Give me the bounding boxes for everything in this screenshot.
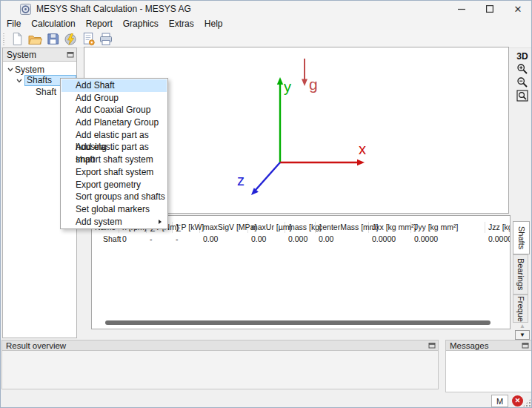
result-overview-title: Result overview bbox=[6, 341, 66, 350]
menu-item-label: Add system bbox=[76, 217, 122, 227]
float-panel-icon[interactable] bbox=[521, 342, 529, 349]
chevron-down-icon[interactable] bbox=[6, 65, 15, 74]
menubar: File Calculation Report Graphics Extras … bbox=[1, 17, 532, 30]
tree-item-label: Shaft bbox=[36, 87, 56, 97]
tab-shafts[interactable]: Shafts bbox=[513, 221, 530, 254]
save-file-button[interactable] bbox=[44, 31, 61, 47]
zoom-fit-button[interactable] bbox=[515, 90, 530, 102]
col-header-maxsigv[interactable]: maxSigV [MPa] bbox=[200, 222, 248, 233]
side-tab-bar: Shafts Bearings Freque bbox=[513, 221, 531, 323]
open-file-icon bbox=[27, 32, 42, 47]
cell-mass: 0.000 bbox=[285, 233, 316, 245]
status-error-icon[interactable]: ✕ bbox=[512, 395, 523, 407]
result-overview-content[interactable] bbox=[1, 351, 439, 389]
open-file-button[interactable] bbox=[27, 31, 43, 47]
cell-maxsigv: 0.00 bbox=[200, 233, 248, 245]
result-overview-header: Result overview bbox=[1, 340, 439, 351]
messages-title: Messages bbox=[450, 341, 488, 350]
cell-jyy: 0.0000 bbox=[411, 233, 485, 245]
result-overview-panel: Result overview bbox=[1, 340, 439, 389]
cell-power: - bbox=[173, 233, 200, 245]
maximize-button[interactable] bbox=[475, 1, 505, 17]
system-panel-header: System bbox=[3, 48, 76, 62]
context-menu: Add Shaft Add Group Add Coaxial Group Ad… bbox=[60, 78, 168, 229]
view-3d-button[interactable]: 3D bbox=[512, 51, 532, 62]
app-icon bbox=[20, 4, 31, 15]
menu-item-add-system[interactable]: Add system bbox=[61, 216, 167, 228]
col-header-jzz[interactable]: Jzz [kg mm²] bbox=[485, 222, 511, 233]
cell-maxur: 0.00 bbox=[248, 233, 285, 245]
tab-scroll-buttons: ▲ ▼ bbox=[515, 323, 530, 340]
tree-item-label: System bbox=[15, 65, 44, 75]
x-axis-label: x bbox=[359, 141, 366, 157]
menu-graphics[interactable]: Graphics bbox=[118, 17, 164, 30]
zoom-out-button[interactable] bbox=[515, 76, 530, 88]
chevron-down-icon[interactable] bbox=[15, 76, 24, 85]
col-header-mass[interactable]: mass [kg] bbox=[285, 222, 316, 233]
menu-file[interactable]: File bbox=[1, 17, 26, 30]
col-header-centermass[interactable]: centerMass [mm] bbox=[316, 222, 369, 233]
minimize-button[interactable] bbox=[447, 1, 476, 17]
menu-item-add-elastic-shaft[interactable]: Add elastic part as shaft bbox=[61, 141, 167, 154]
table-row[interactable]: Shaft 0 - - 0.00 0.00 0.000 0.00 0.0000 … bbox=[92, 233, 510, 245]
titlebar: MESYS Shaft Calculation - MESYS AG ✕ bbox=[1, 1, 532, 17]
col-header-power[interactable]: ∑P [kW] bbox=[173, 222, 200, 233]
system-panel-title: System bbox=[7, 50, 36, 60]
tab-bearings[interactable]: Bearings bbox=[513, 254, 528, 295]
menu-item-add-elastic-housing[interactable]: Add elastic part as housing bbox=[61, 129, 167, 142]
new-file-icon bbox=[10, 32, 24, 46]
zoom-in-button[interactable] bbox=[515, 63, 530, 75]
menu-item-set-global-markers[interactable]: Set global markers bbox=[61, 203, 167, 216]
zoom-in-icon bbox=[516, 63, 528, 75]
tab-frequencies[interactable]: Freque bbox=[513, 295, 528, 323]
menu-calculation[interactable]: Calculation bbox=[26, 17, 80, 30]
horizontal-scrollbar[interactable] bbox=[105, 320, 491, 325]
resize-grip-icon[interactable] bbox=[522, 398, 531, 407]
z-axis-label: z bbox=[237, 172, 245, 188]
report-button[interactable] bbox=[80, 31, 96, 47]
col-header-maxur[interactable]: maxUr [µm] bbox=[248, 222, 285, 233]
menu-extras[interactable]: Extras bbox=[164, 17, 199, 30]
float-panel-icon[interactable] bbox=[66, 51, 74, 59]
statusbar: M ✕ bbox=[1, 392, 532, 408]
menu-help[interactable]: Help bbox=[199, 17, 228, 30]
cell-jzz: 0.0000 bbox=[485, 233, 511, 245]
col-header-jxx[interactable]: Jxx [kg mm²] bbox=[369, 222, 411, 233]
menu-item-export-shaft-system[interactable]: Export shaft system bbox=[61, 166, 167, 179]
y-axis-label: y bbox=[284, 79, 291, 95]
window-title: MESYS Shaft Calculation - MESYS AG bbox=[36, 4, 191, 14]
z-axis bbox=[256, 162, 280, 190]
print-button[interactable] bbox=[98, 31, 114, 47]
menu-item-add-planetary-group[interactable]: Add Planetary Group bbox=[61, 116, 167, 129]
menu-item-sort-groups-and-shafts[interactable]: Sort groups and shafts bbox=[61, 191, 167, 203]
shaft-table: Name n [rpm] ∑T [Nm] ∑P [kW] maxSigV [MP… bbox=[91, 215, 511, 329]
cell-n: 0 bbox=[119, 233, 147, 245]
tab-scroll-up-icon[interactable]: ▲ bbox=[515, 323, 530, 329]
calculate-button[interactable] bbox=[62, 31, 79, 47]
save-file-icon bbox=[46, 32, 60, 46]
gravity-label: g bbox=[309, 76, 318, 93]
zoom-out-icon bbox=[516, 76, 528, 88]
messages-toggle-button[interactable]: M bbox=[491, 395, 508, 407]
menu-item-import-shaft-system[interactable]: Import shaft system bbox=[61, 154, 167, 166]
tab-scroll-down-icon[interactable]: ▼ bbox=[515, 330, 530, 340]
toolbar-drag-handle[interactable] bbox=[3, 33, 4, 45]
print-icon bbox=[99, 32, 113, 47]
messages-header: Messages bbox=[445, 340, 532, 351]
cell-centermass: 0.00 bbox=[316, 233, 369, 245]
menu-report[interactable]: Report bbox=[81, 17, 118, 30]
float-panel-icon[interactable] bbox=[428, 342, 436, 349]
menu-item-add-shaft[interactable]: Add Shaft bbox=[61, 79, 167, 92]
menu-item-add-group[interactable]: Add Group bbox=[61, 92, 167, 105]
messages-content[interactable] bbox=[445, 351, 532, 392]
menu-item-add-coaxial-group[interactable]: Add Coaxial Group bbox=[61, 104, 167, 116]
cell-jxx: 0.0000 bbox=[369, 233, 411, 245]
submenu-arrow-icon bbox=[159, 220, 162, 224]
new-file-button[interactable] bbox=[9, 31, 25, 47]
col-header-jyy[interactable]: Jyy [kg mm²] bbox=[411, 222, 485, 233]
calculate-icon bbox=[63, 32, 78, 47]
tree-item-system[interactable]: System bbox=[3, 64, 76, 75]
close-button[interactable]: ✕ bbox=[503, 1, 532, 17]
zoom-fit-icon bbox=[516, 90, 528, 102]
menu-item-export-geometry[interactable]: Export geometry bbox=[61, 179, 167, 191]
